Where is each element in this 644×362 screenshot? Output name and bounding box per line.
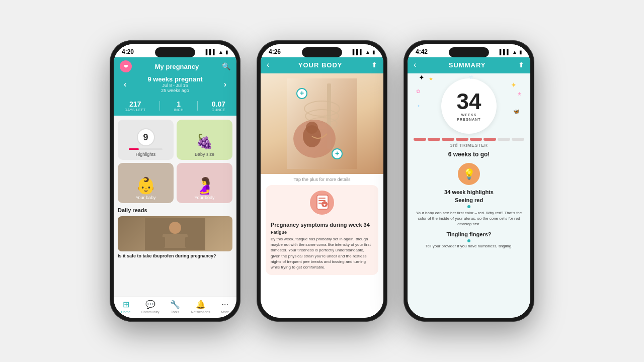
stat-inch: 1 INCH — [174, 100, 184, 112]
svg-text:+: + — [300, 89, 304, 97]
symptom-title: Pregnancy symptoms during week 34 — [271, 222, 373, 228]
content-grid: 9 Highlights 🍇 Baby size 👶 Your baby 🤰 — [118, 120, 232, 203]
trim-seg-5 — [470, 138, 482, 141]
highlights-card[interactable]: 9 Highlights — [118, 120, 174, 160]
tap-hint: Tap the plus for more details — [261, 174, 383, 185]
signal-icon-2: ▌▌▌ — [353, 49, 363, 55]
p3-header: ‹ SUMMARY ⬆ — [408, 57, 530, 73]
p2-title: YOUR BODY — [298, 61, 343, 69]
nav-tools-label: Tools — [171, 310, 179, 314]
highlights-title: 34 week highlights — [444, 189, 494, 195]
trimester-progress: 3rd TRIMESTER — [414, 138, 524, 148]
week-display: ✦ ★ ✿ ✦ ★ ♦ 🦋 ☆ 34 WEEKSPREGNANT — [414, 78, 524, 134]
p2-header: ‹ YOUR BODY ⬆ — [261, 57, 383, 73]
p3-content: ✦ ★ ✿ ✦ ★ ♦ 🦋 ☆ 34 WEEKSPREGNANT — [408, 73, 530, 318]
confetti-8: ☆ — [469, 74, 473, 80]
p2-content: + + Tap the plus for more details — [261, 73, 383, 318]
more-icon: ··· — [222, 300, 228, 309]
days-value: 217 — [125, 100, 146, 108]
grape-icon: 🍇 — [196, 133, 213, 150]
tingling-title: Tingling fingers? — [446, 231, 491, 237]
article-title[interactable]: Is it safe to take ibuprofen during preg… — [118, 253, 232, 259]
nav-more-label: More — [221, 310, 229, 314]
trim-seg-2 — [428, 138, 440, 141]
trim-seg-1 — [414, 138, 426, 141]
yourbaby-card[interactable]: 👶 Your baby — [118, 163, 174, 203]
back-button-2[interactable]: ‹ — [267, 60, 269, 69]
week-ago: 25 weeks ago — [147, 88, 202, 93]
tools-icon: 🔧 — [170, 300, 180, 309]
days-label: DAYS LEFT — [125, 108, 146, 112]
tip-icon: 💡 — [458, 163, 480, 185]
wifi-icon: ▲ — [218, 49, 223, 55]
weeks-to-go: 6 weeks to go! — [448, 151, 490, 158]
tingling-text: Tell your provider if you have numbness,… — [426, 243, 513, 249]
babysize-card[interactable]: 🍇 Baby size — [177, 120, 232, 160]
svg-text:+: + — [335, 149, 339, 157]
symptom-card: ♥ Pregnancy symptoms during week 34 Fati… — [266, 185, 378, 275]
week-circle: 34 WEEKSPREGNANT — [441, 78, 497, 134]
bottom-nav: ⊞ Home 💬 Community 🔧 Tools 🔔 Notificatio… — [114, 296, 236, 318]
symptom-icon: ♥ — [271, 190, 373, 219]
p1-content: 9 Highlights 🍇 Baby size 👶 Your baby 🤰 — [114, 116, 236, 296]
confetti-3: ✿ — [416, 88, 420, 94]
symptom-sub: Fatigue — [271, 230, 373, 235]
seeing-red-text: Your baby can see her first color – red.… — [414, 210, 524, 227]
week-number-circle: 9 — [137, 128, 155, 146]
svg-rect-4 — [185, 237, 195, 248]
svg-text:♥: ♥ — [324, 203, 326, 207]
share-icon-3[interactable]: ⬆ — [518, 61, 524, 69]
notch-3 — [449, 47, 489, 57]
body-image: + + — [261, 73, 383, 174]
article-image[interactable] — [118, 216, 232, 251]
phone-2: 4:26 ▌▌▌ ▲ ▮ ‹ YOUR BODY ⬆ — [257, 40, 387, 322]
nav-notifications[interactable]: 🔔 Notifications — [191, 300, 210, 314]
nav-tools[interactable]: 🔧 Tools — [170, 300, 180, 314]
svg-point-12 — [306, 122, 318, 134]
share-icon-2[interactable]: ⬆ — [371, 61, 377, 69]
status-bar-2: 4:26 ▌▌▌ ▲ ▮ — [261, 44, 383, 57]
p1-header: ❤ My pregnancy 🔍 ‹ 9 weeks pregnant Jul … — [114, 57, 236, 98]
nav-notifications-label: Notifications — [191, 310, 210, 314]
trim-seg-3 — [442, 138, 454, 141]
status-icons-3: ▌▌▌ ▲ ▮ — [500, 49, 522, 55]
community-icon: 💬 — [145, 300, 155, 309]
svg-rect-19 — [318, 198, 326, 199]
app-logo[interactable]: ❤ — [120, 60, 132, 72]
phone-1: 4:20 ▌▌▌ ▲ ▮ ❤ My pregnancy 🔍 ‹ 9 weeks … — [110, 40, 240, 322]
confetti-1: ✦ — [419, 73, 425, 81]
stat-ounce: 0.07 OUNCE — [211, 100, 225, 112]
prev-week-button[interactable]: ‹ — [124, 80, 126, 89]
trim-seg-4 — [456, 138, 468, 141]
signal-icon: ▌▌▌ — [206, 49, 216, 55]
yourbody-card[interactable]: 🤰 Your body — [177, 163, 232, 203]
confetti-5: ★ — [517, 91, 522, 97]
status-bar-3: 4:42 ▌▌▌ ▲ ▮ — [408, 44, 530, 57]
ounce-label: OUNCE — [211, 108, 225, 112]
inch-value: 1 — [174, 100, 184, 108]
nav-home[interactable]: ⊞ Home — [121, 300, 131, 314]
app-title: My pregnancy — [155, 63, 199, 70]
nav-more[interactable]: ··· More — [221, 300, 229, 314]
trimester-bar — [414, 138, 524, 141]
stat-days: 217 DAYS LEFT — [125, 100, 146, 112]
week-nav: ‹ 9 weeks pregnant Jul 8 - Jul 15 25 wee… — [120, 74, 230, 94]
highlights-label: Highlights — [136, 152, 156, 157]
status-icons-2: ▌▌▌ ▲ ▮ — [353, 49, 375, 55]
week-number: 34 — [457, 90, 481, 113]
battery-icon-3: ▮ — [519, 49, 522, 55]
back-button-3[interactable]: ‹ — [414, 60, 416, 69]
trim-seg-8 — [512, 138, 524, 141]
inch-label: INCH — [174, 108, 184, 112]
symptom-text: By this week, fatigue has probably set i… — [271, 236, 373, 270]
wifi-icon-3: ▲ — [512, 49, 517, 55]
stats-bar: 217 DAYS LEFT 1 INCH 0.07 OUNCE — [114, 98, 236, 116]
svg-rect-3 — [155, 237, 165, 248]
notifications-icon: 🔔 — [196, 300, 206, 309]
trimester-label: 3rd TRIMESTER — [414, 143, 524, 148]
next-week-button[interactable]: › — [224, 80, 226, 89]
search-icon[interactable]: 🔍 — [222, 62, 230, 70]
trim-seg-7 — [498, 138, 510, 141]
svg-point-1 — [169, 222, 181, 234]
nav-community[interactable]: 💬 Community — [141, 300, 159, 314]
